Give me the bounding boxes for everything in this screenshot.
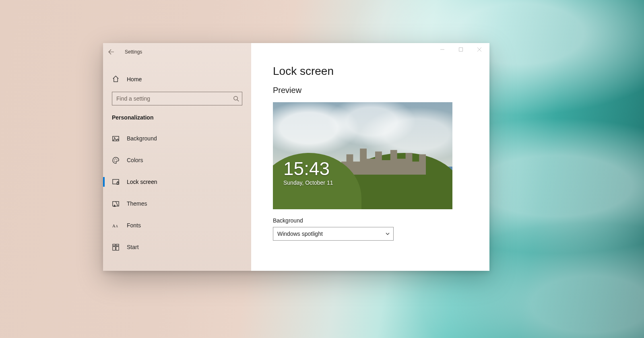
- svg-rect-13: [113, 244, 116, 245]
- preview-clock: 15:43 Sunday, October 11: [283, 159, 333, 186]
- close-icon: [477, 47, 482, 52]
- sidebar-item-label: Lock screen: [127, 179, 157, 185]
- minimize-icon: [440, 47, 445, 52]
- svg-point-6: [116, 159, 117, 159]
- back-icon[interactable]: [108, 49, 114, 55]
- svg-text:A: A: [116, 225, 118, 228]
- preview-heading: Preview: [273, 86, 479, 95]
- minimize-button[interactable]: [433, 43, 452, 56]
- background-label: Background: [273, 217, 479, 224]
- search-input[interactable]: [112, 92, 242, 105]
- content-pane: Lock screen Preview 15:43 Sunday, Octobe…: [251, 43, 489, 271]
- lock-screen-icon: [112, 178, 120, 186]
- titlebar-right: [251, 43, 489, 56]
- svg-point-3: [114, 137, 115, 138]
- background-dropdown-value: Windows spotlight: [277, 231, 323, 237]
- svg-rect-18: [459, 48, 463, 52]
- picture-icon: [112, 135, 120, 142]
- search-icon: [233, 96, 239, 102]
- window-title: Settings: [125, 49, 142, 55]
- sidebar: Settings Home Personalization: [103, 43, 251, 271]
- start-icon: [112, 243, 120, 251]
- chevron-down-icon: [385, 231, 390, 236]
- svg-point-4: [114, 159, 115, 160]
- home-icon: [112, 75, 120, 83]
- sidebar-nav: Background Colors Lock screen: [103, 130, 251, 256]
- maximize-button[interactable]: [452, 43, 470, 56]
- sidebar-item-label: Background: [127, 135, 157, 142]
- themes-icon: [112, 200, 120, 208]
- sidebar-item-lock-screen[interactable]: Lock screen: [103, 173, 251, 191]
- preview-time: 15:43: [283, 159, 333, 178]
- fonts-icon: A A: [112, 222, 120, 229]
- lock-screen-preview: 15:43 Sunday, October 11: [273, 102, 452, 209]
- sidebar-item-label: Start: [127, 244, 139, 250]
- sidebar-item-label: Colors: [127, 157, 143, 163]
- sidebar-item-label: Fonts: [127, 222, 141, 229]
- svg-rect-16: [116, 246, 119, 250]
- sidebar-item-colors[interactable]: Colors: [103, 151, 251, 169]
- sidebar-item-themes[interactable]: Themes: [103, 195, 251, 212]
- svg-rect-14: [116, 244, 119, 245]
- search-wrap: [112, 92, 242, 105]
- svg-point-7: [114, 161, 115, 162]
- preview-date: Sunday, October 11: [283, 179, 333, 186]
- close-button[interactable]: [470, 43, 489, 56]
- sidebar-item-fonts[interactable]: A A Fonts: [103, 216, 251, 234]
- sidebar-item-start[interactable]: Start: [103, 238, 251, 256]
- sidebar-category: Personalization: [103, 105, 251, 124]
- page-title: Lock screen: [273, 65, 479, 78]
- sidebar-item-label: Themes: [127, 200, 147, 207]
- palette-icon: [112, 157, 120, 164]
- svg-text:A: A: [112, 224, 116, 228]
- sidebar-item-background[interactable]: Background: [103, 130, 251, 147]
- svg-line-1: [237, 100, 239, 101]
- svg-point-5: [115, 158, 116, 159]
- svg-rect-15: [113, 246, 116, 250]
- maximize-icon: [458, 47, 463, 52]
- svg-point-0: [234, 96, 237, 100]
- sidebar-home[interactable]: Home: [103, 71, 251, 87]
- sidebar-home-label: Home: [127, 76, 142, 82]
- settings-window: Settings Home Personalization: [103, 43, 489, 271]
- titlebar-left: Settings: [103, 45, 251, 58]
- background-dropdown[interactable]: Windows spotlight: [273, 227, 394, 241]
